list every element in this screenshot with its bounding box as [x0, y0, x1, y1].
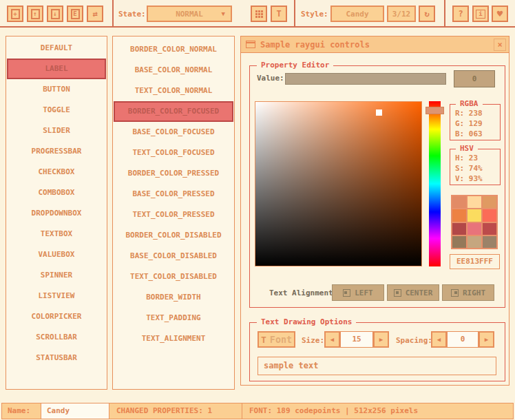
property-item-text_padding[interactable]: TEXT_PADDING [113, 308, 234, 328]
size-value-box[interactable]: 15 [340, 331, 373, 348]
property-item-text_color_normal[interactable]: TEXT_COLOR_NORMAL [113, 81, 234, 101]
properties-list: BORDER_COLOR_NORMALBASE_COLOR_NORMALTEXT… [112, 36, 235, 390]
palette-color[interactable] [452, 223, 466, 235]
control-item-textbox[interactable]: TEXTBOX [6, 224, 107, 244]
size-decrease-button[interactable]: ◀ [324, 331, 340, 348]
palette-color[interactable] [483, 196, 496, 208]
value-slider[interactable] [285, 73, 446, 85]
info-button[interactable]: i [472, 6, 489, 22]
font-button[interactable]: T Font [258, 331, 295, 348]
align-right-label: RIGHT [463, 288, 485, 297]
palette-color[interactable] [467, 196, 481, 208]
spin-left-icon: ◀ [437, 336, 441, 343]
sample-controls-window: Sample raygui controls × Property Editor… [240, 36, 509, 386]
control-item-label[interactable]: LABEL [7, 59, 106, 79]
align-left-button[interactable]: LEFT [332, 284, 384, 301]
color-picker-area[interactable] [255, 101, 422, 266]
palette-color[interactable] [483, 223, 496, 235]
shuffle-icon: ⇄ [92, 10, 97, 18]
close-icon[interactable]: × [494, 39, 506, 51]
hsv-v-value: V: 93% [450, 174, 500, 184]
font-info-status: FONT: 189 codepoints | 512x256 pixels [242, 403, 514, 419]
property-item-text_color_focused[interactable]: TEXT_COLOR_FOCUSED [113, 143, 234, 163]
style-table-button[interactable] [251, 6, 267, 22]
property-item-border_color_pressed[interactable]: BORDER_COLOR_PRESSED [113, 163, 234, 184]
hue-cursor[interactable] [425, 107, 444, 114]
sample-text-box[interactable]: sample text [258, 357, 496, 375]
align-left-label: LEFT [355, 288, 373, 297]
control-item-listview[interactable]: LISTVIEW [6, 286, 107, 306]
align-center-button[interactable]: CENTER [387, 284, 439, 301]
spacing-value: 0 [461, 335, 465, 344]
new-style-button[interactable]: + [7, 6, 23, 22]
control-item-progressbar[interactable]: PROGRESSBAR [6, 141, 107, 162]
reload-style-button[interactable]: ↻ [419, 6, 435, 22]
property-item-border_color_normal[interactable]: BORDER_COLOR_NORMAL [113, 39, 234, 60]
control-item-spinner[interactable]: SPINNER [6, 265, 107, 286]
control-item-checkbox[interactable]: CHECKBOX [6, 162, 107, 182]
spin-right-icon: ▶ [379, 336, 383, 343]
control-item-statusbar[interactable]: STATUSBAR [6, 348, 107, 368]
color-picker-cursor[interactable] [376, 109, 382, 116]
control-item-default[interactable]: DEFAULT [6, 38, 107, 59]
property-item-base_color_focused[interactable]: BASE_COLOR_FOCUSED [113, 122, 234, 143]
palette-color[interactable] [483, 236, 496, 248]
control-item-scrollbar[interactable]: SCROLLBAR [6, 327, 107, 348]
state-label: State: [118, 10, 146, 19]
palette-color[interactable] [452, 209, 466, 221]
sponsor-button[interactable]: ♥ [492, 6, 508, 22]
control-item-toggle[interactable]: TOGGLE [6, 100, 107, 120]
spacing-label: Spacing: [396, 336, 432, 345]
export-style-button[interactable]: E [67, 6, 83, 22]
state-dropdown[interactable]: NORMAL ▼ [147, 6, 232, 22]
palette-color[interactable] [452, 196, 466, 208]
control-item-slider[interactable]: SLIDER [6, 120, 107, 141]
random-style-button[interactable]: ⇄ [87, 6, 103, 22]
load-style-button[interactable]: ↑ [27, 6, 43, 22]
hex-color-box[interactable]: EE813FFF [450, 254, 500, 269]
control-item-dropdownbox[interactable]: DROPDOWNBOX [6, 203, 107, 224]
toolbar-divider [444, 0, 445, 26]
font-editor-button[interactable]: T [271, 6, 287, 22]
palette-color[interactable] [467, 209, 481, 221]
property-item-base_color_normal[interactable]: BASE_COLOR_NORMAL [113, 60, 234, 81]
palette-color[interactable] [452, 236, 466, 248]
control-item-combobox[interactable]: COMBOBOX [6, 182, 107, 203]
property-item-border_color_focused[interactable]: BORDER_COLOR_FOCUSED [114, 101, 233, 122]
save-style-button[interactable]: ↓ [47, 6, 63, 22]
text-icon: T [276, 10, 281, 18]
spacing-value-box[interactable]: 0 [447, 331, 479, 348]
rgba-b-value: B: 063 [450, 129, 500, 139]
value-box[interactable]: 0 [454, 70, 495, 87]
spacing-decrease-button[interactable]: ◀ [431, 331, 447, 348]
property-item-text_color_disabled[interactable]: TEXT_COLOR_DISABLED [113, 266, 234, 287]
hue-bar[interactable] [429, 101, 441, 266]
text-alignment-label: Text Alignment: [269, 288, 337, 297]
control-item-colorpicker[interactable]: COLORPICKER [6, 306, 107, 327]
property-item-base_color_disabled[interactable]: BASE_COLOR_DISABLED [113, 246, 234, 266]
grid-icon [255, 10, 263, 18]
window-icon [246, 41, 255, 48]
control-item-button[interactable]: BUTTON [6, 79, 107, 100]
size-increase-button[interactable]: ▶ [373, 331, 389, 348]
property-item-text_color_pressed[interactable]: TEXT_COLOR_PRESSED [113, 204, 234, 225]
save-file-icon: ↓ [51, 9, 60, 19]
property-item-base_color_pressed[interactable]: BASE_COLOR_PRESSED [113, 184, 234, 204]
spacing-increase-button[interactable]: ▶ [479, 331, 494, 348]
help-button[interactable]: ? [452, 6, 469, 22]
palette-color[interactable] [483, 209, 496, 221]
style-name-input[interactable]: Candy [41, 403, 109, 419]
style-name-button[interactable]: Candy [330, 6, 384, 22]
window-title-bar[interactable]: Sample raygui controls × [241, 36, 509, 53]
help-icon: ? [458, 10, 463, 18]
property-item-border_color_disabled[interactable]: BORDER_COLOR_DISABLED [113, 225, 234, 246]
property-item-text_alignment[interactable]: TEXT_ALIGNMENT [113, 328, 234, 349]
palette-color[interactable] [467, 236, 481, 248]
align-right-button[interactable]: RIGHT [442, 284, 494, 301]
property-item-border_width[interactable]: BORDER_WIDTH [113, 287, 234, 308]
spin-left-icon: ◀ [330, 336, 334, 343]
style-count-value: 3/12 [392, 10, 411, 19]
palette-color[interactable] [467, 223, 481, 235]
control-item-valuebox[interactable]: VALUEBOX [6, 244, 107, 265]
export-file-icon: E [71, 9, 80, 19]
